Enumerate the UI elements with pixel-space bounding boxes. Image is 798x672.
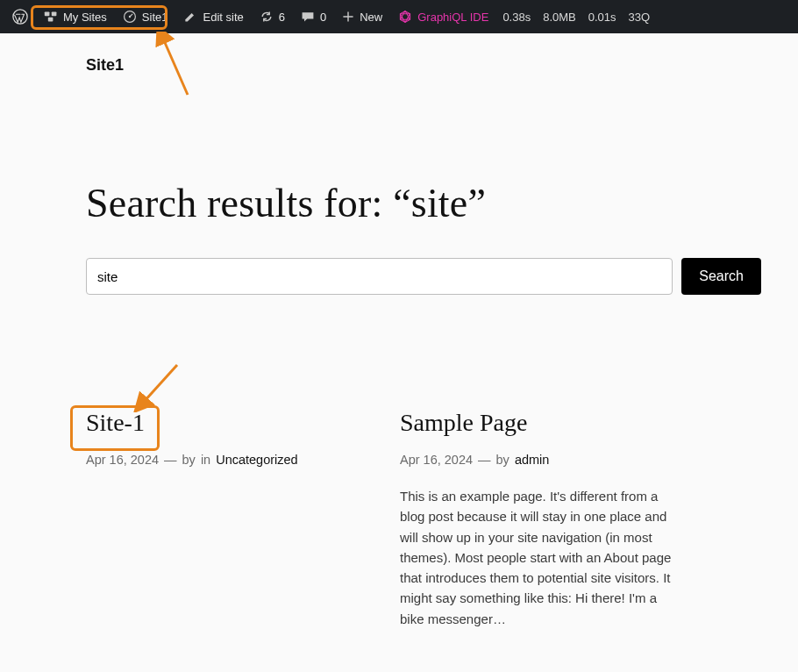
- comments-link[interactable]: 0: [294, 0, 333, 33]
- result-item: Site-1 Apr 16, 2024 — by in Uncategorize…: [86, 409, 358, 629]
- svg-rect-1: [45, 11, 50, 16]
- results-grid: Site-1 Apr 16, 2024 — by in Uncategorize…: [86, 409, 761, 629]
- edit-site-label: Edit site: [203, 11, 243, 24]
- stat-time: 0.38s: [497, 11, 536, 24]
- new-content-link[interactable]: New: [335, 0, 389, 33]
- update-icon: [260, 10, 274, 24]
- graphiql-link[interactable]: GraphiQL IDE: [391, 0, 495, 33]
- site-title[interactable]: Site1: [0, 56, 798, 75]
- updates-link[interactable]: 6: [253, 0, 292, 33]
- dashboard-icon: [123, 10, 137, 24]
- result-category[interactable]: Uncategorized: [216, 453, 298, 467]
- svg-rect-2: [52, 11, 57, 16]
- result-excerpt: This is an example page. It's different …: [400, 486, 672, 629]
- comment-icon: [301, 10, 315, 24]
- multisite-icon: [44, 10, 58, 24]
- wp-admin-bar: My Sites Site1 Edit site 6 0 New: [0, 0, 798, 33]
- my-sites-link[interactable]: My Sites: [37, 0, 114, 33]
- graphiql-label: GraphiQL IDE: [417, 11, 488, 24]
- result-date: Apr 16, 2024: [86, 453, 159, 467]
- svg-rect-3: [48, 18, 53, 22]
- current-site-label: Site1: [142, 11, 168, 24]
- stat-time2: 0.01s: [583, 11, 622, 24]
- meta-in: in: [201, 453, 210, 467]
- comments-count: 0: [320, 11, 326, 24]
- current-site-link[interactable]: Site1: [116, 0, 175, 33]
- meta-by: by: [182, 453, 196, 467]
- graphql-icon: [398, 10, 412, 24]
- edit-site-link[interactable]: Edit site: [176, 0, 250, 33]
- result-title-link[interactable]: Sample Page: [400, 409, 672, 437]
- search-form: Search: [86, 258, 761, 295]
- meta-by: by: [496, 453, 509, 467]
- wp-logo[interactable]: [5, 0, 35, 33]
- result-title-link[interactable]: Site-1: [86, 409, 358, 437]
- updates-count: 6: [279, 11, 285, 24]
- search-results-heading: Search results for: “site”: [86, 180, 761, 226]
- wordpress-icon: [12, 9, 28, 25]
- meta-dash: —: [164, 453, 177, 467]
- result-item: Sample Page Apr 16, 2024 — by admin This…: [400, 409, 672, 629]
- result-meta: Apr 16, 2024 — by in Uncategorized: [86, 453, 358, 467]
- page-body: Site1 Search results for: “site” Search …: [0, 33, 798, 629]
- stat-queries: 33Q: [623, 11, 656, 24]
- result-author[interactable]: admin: [515, 453, 550, 467]
- result-meta: Apr 16, 2024 — by admin: [400, 453, 672, 467]
- main-content: Search results for: “site” Search Site-1…: [86, 75, 761, 629]
- my-sites-label: My Sites: [63, 11, 107, 24]
- meta-dash: —: [478, 453, 491, 467]
- search-button[interactable]: Search: [681, 258, 761, 295]
- result-date: Apr 16, 2024: [400, 453, 473, 467]
- search-input[interactable]: [86, 258, 673, 295]
- pencil-icon: [183, 10, 197, 24]
- plus-icon: [342, 11, 354, 23]
- stat-mem: 8.0MB: [538, 11, 581, 24]
- new-label: New: [360, 11, 382, 24]
- svg-point-5: [129, 16, 131, 18]
